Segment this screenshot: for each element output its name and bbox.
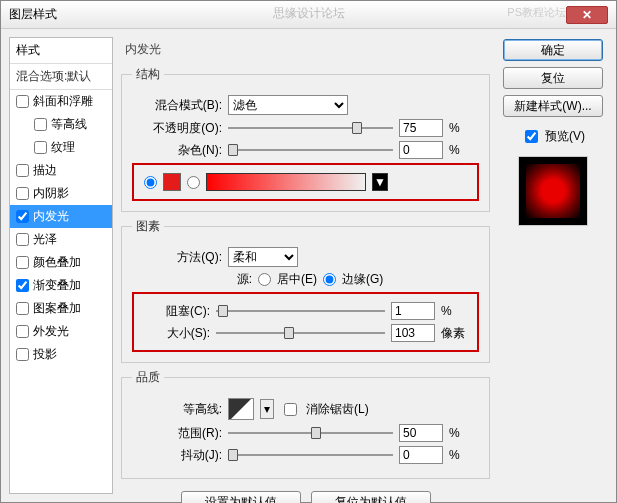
preview-thumbnail [518, 156, 588, 226]
reset-default-button[interactable]: 复位为默认值 [311, 491, 431, 503]
titlebar: 图层样式 ✕ [1, 1, 616, 29]
antialias-checkbox[interactable] [284, 403, 297, 416]
antialias-label: 消除锯齿(L) [306, 401, 369, 418]
style-item-5[interactable]: 内发光 [10, 205, 112, 228]
opacity-slider[interactable] [228, 120, 393, 136]
style-label-10: 外发光 [33, 323, 69, 340]
noise-label: 杂色(N): [132, 142, 222, 159]
style-label-11: 投影 [33, 346, 57, 363]
contour-label: 等高线: [132, 401, 222, 418]
close-button[interactable]: ✕ [566, 6, 608, 24]
noise-unit: % [449, 143, 479, 157]
style-item-3[interactable]: 描边 [10, 159, 112, 182]
technique-label: 方法(Q): [132, 249, 222, 266]
quality-group: 品质 等高线: ▾ 消除锯齿(L) 范围(R): 50 % 抖动(J): [121, 369, 490, 479]
blend-mode-select[interactable]: 滤色 [228, 95, 348, 115]
choke-slider[interactable] [216, 303, 385, 319]
range-slider[interactable] [228, 425, 393, 441]
style-item-11[interactable]: 投影 [10, 343, 112, 366]
style-label-6: 光泽 [33, 231, 57, 248]
source-edge-label: 边缘(G) [342, 271, 383, 288]
noise-slider[interactable] [228, 142, 393, 158]
choke-value[interactable]: 1 [391, 302, 435, 320]
style-label-0: 斜面和浮雕 [33, 93, 93, 110]
jitter-slider[interactable] [228, 447, 393, 463]
blend-mode-label: 混合模式(B): [132, 97, 222, 114]
gradient-bar[interactable] [206, 173, 366, 191]
preview-label: 预览(V) [545, 128, 585, 145]
style-item-10[interactable]: 外发光 [10, 320, 112, 343]
style-checkbox-0[interactable] [16, 95, 29, 108]
opacity-value[interactable]: 75 [399, 119, 443, 137]
style-label-4: 内阴影 [33, 185, 69, 202]
size-slider[interactable] [216, 325, 385, 341]
style-label-2: 纹理 [51, 139, 75, 156]
elements-legend: 图素 [132, 218, 164, 235]
style-item-2[interactable]: 纹理 [10, 136, 112, 159]
structure-group: 结构 混合模式(B): 滤色 不透明度(O): 75 % 杂色(N): 0 [121, 66, 490, 212]
color-highlight-box: ▼ [132, 163, 479, 201]
style-checkbox-7[interactable] [16, 256, 29, 269]
quality-legend: 品质 [132, 369, 164, 386]
source-edge-radio[interactable] [323, 273, 336, 286]
style-item-6[interactable]: 光泽 [10, 228, 112, 251]
noise-value[interactable]: 0 [399, 141, 443, 159]
style-label-9: 图案叠加 [33, 300, 81, 317]
dialog-title: 图层样式 [9, 6, 57, 23]
structure-legend: 结构 [132, 66, 164, 83]
size-label: 大小(S): [140, 325, 210, 342]
elements-group: 图素 方法(Q): 柔和 源: 居中(E) 边缘(G) 阻塞(C): [121, 218, 490, 363]
opacity-unit: % [449, 121, 479, 135]
jitter-unit: % [449, 448, 479, 462]
choke-label: 阻塞(C): [140, 303, 210, 320]
style-checkbox-4[interactable] [16, 187, 29, 200]
technique-select[interactable]: 柔和 [228, 247, 298, 267]
style-item-8[interactable]: 渐变叠加 [10, 274, 112, 297]
style-item-0[interactable]: 斜面和浮雕 [10, 90, 112, 113]
cancel-button[interactable]: 复位 [503, 67, 603, 89]
source-center-label: 居中(E) [277, 271, 317, 288]
contour-dropdown-icon[interactable]: ▾ [260, 399, 274, 419]
solid-color-radio[interactable] [144, 176, 157, 189]
style-label-1: 等高线 [51, 116, 87, 133]
style-checkbox-2[interactable] [34, 141, 47, 154]
choke-size-highlight: 阻塞(C): 1 % 大小(S): 103 像素 [132, 292, 479, 352]
size-value[interactable]: 103 [391, 324, 435, 342]
style-item-4[interactable]: 内阴影 [10, 182, 112, 205]
blending-options[interactable]: 混合选项:默认 [10, 64, 112, 90]
style-checkbox-10[interactable] [16, 325, 29, 338]
style-item-1[interactable]: 等高线 [10, 113, 112, 136]
source-label: 源: [132, 271, 252, 288]
solid-color-swatch[interactable] [163, 173, 181, 191]
style-label-3: 描边 [33, 162, 57, 179]
panel-title: 内发光 [125, 41, 490, 58]
styles-list: 样式 混合选项:默认 斜面和浮雕等高线纹理描边内阴影内发光光泽颜色叠加渐变叠加图… [9, 37, 113, 494]
style-checkbox-11[interactable] [16, 348, 29, 361]
opacity-label: 不透明度(O): [132, 120, 222, 137]
style-label-8: 渐变叠加 [33, 277, 81, 294]
style-checkbox-6[interactable] [16, 233, 29, 246]
jitter-value[interactable]: 0 [399, 446, 443, 464]
make-default-button[interactable]: 设置为默认值 [181, 491, 301, 503]
ok-button[interactable]: 确定 [503, 39, 603, 61]
style-item-9[interactable]: 图案叠加 [10, 297, 112, 320]
range-label: 范围(R): [132, 425, 222, 442]
range-value[interactable]: 50 [399, 424, 443, 442]
style-checkbox-8[interactable] [16, 279, 29, 292]
gradient-dropdown-icon[interactable]: ▼ [372, 173, 388, 191]
style-checkbox-5[interactable] [16, 210, 29, 223]
gradient-radio[interactable] [187, 176, 200, 189]
style-label-5: 内发光 [33, 208, 69, 225]
style-item-7[interactable]: 颜色叠加 [10, 251, 112, 274]
preview-checkbox[interactable] [525, 130, 538, 143]
source-center-radio[interactable] [258, 273, 271, 286]
right-panel: 确定 复位 新建样式(W)... 预览(V) [498, 37, 608, 494]
new-style-button[interactable]: 新建样式(W)... [503, 95, 603, 117]
style-checkbox-3[interactable] [16, 164, 29, 177]
choke-unit: % [441, 304, 471, 318]
style-checkbox-9[interactable] [16, 302, 29, 315]
styles-header[interactable]: 样式 [10, 38, 112, 64]
style-checkbox-1[interactable] [34, 118, 47, 131]
range-unit: % [449, 426, 479, 440]
contour-swatch[interactable] [228, 398, 254, 420]
